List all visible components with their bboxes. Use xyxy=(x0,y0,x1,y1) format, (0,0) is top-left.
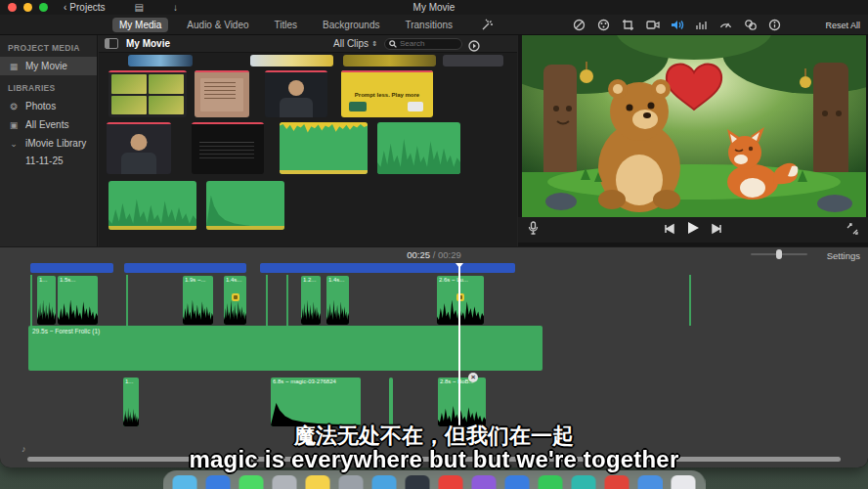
video-clip[interactable]: 1... xyxy=(37,276,56,325)
sidebar-toggle-icon[interactable] xyxy=(105,38,118,49)
dock-app-icon[interactable] xyxy=(439,475,463,489)
promo-thumbnail-text: Prompt less. Play more xyxy=(341,92,433,98)
dock-app-icon[interactable] xyxy=(638,475,663,489)
title-bar-clip[interactable] xyxy=(260,263,515,273)
media-thumbnail[interactable]: Prompt less. Play more xyxy=(341,70,433,117)
fullscreen-icon[interactable] xyxy=(846,221,858,239)
voiceover-mic-icon[interactable] xyxy=(528,221,539,239)
download-icon[interactable]: ↓ xyxy=(173,2,178,13)
video-clip[interactable]: 1.9s ~... xyxy=(183,276,213,325)
media-thumbnail[interactable] xyxy=(195,70,249,117)
audio-clip[interactable]: 2.8s ~ BoB... xyxy=(438,378,486,426)
video-clip[interactable]: 1.5s... xyxy=(58,276,98,325)
dock-app-icon[interactable] xyxy=(273,475,297,489)
speed-icon[interactable] xyxy=(718,18,733,32)
zoom-window-button[interactable] xyxy=(39,3,48,12)
reset-all-button[interactable]: Reset All xyxy=(825,21,860,30)
chevron-down-icon: ⌄ xyxy=(8,139,20,149)
clip-filter-icon[interactable] xyxy=(743,18,758,32)
subtitle-english: magic is everywhere but but we're togeth… xyxy=(0,446,868,473)
audio-clip[interactable] xyxy=(389,378,393,426)
media-thumbnail[interactable] xyxy=(206,181,284,230)
tab-my-media[interactable]: My Media xyxy=(112,18,168,32)
video-clip[interactable]: 1.2... xyxy=(301,276,321,325)
title-bar-clip[interactable] xyxy=(124,263,246,273)
media-thumbnail[interactable] xyxy=(107,122,171,174)
dock-app-icon[interactable] xyxy=(306,475,330,489)
noise-reduction-icon[interactable] xyxy=(694,18,709,32)
dock-app-icon[interactable] xyxy=(339,475,364,489)
media-browser-header: My Movie All Clips ⇕ xyxy=(99,35,517,53)
all-events-icon: ▣ xyxy=(8,120,20,130)
timeline-header: 00:25 / 00:29 Settings xyxy=(0,247,868,262)
dock-app-icon[interactable] xyxy=(572,475,596,489)
dock-app-icon[interactable] xyxy=(505,475,530,489)
enhance-wand-icon[interactable] xyxy=(481,18,494,35)
crop-icon[interactable] xyxy=(621,18,635,32)
volume-icon[interactable] xyxy=(670,18,684,32)
clip-connector xyxy=(126,275,128,326)
media-thumbnail[interactable] xyxy=(192,122,264,174)
preview-viewer[interactable] xyxy=(522,35,866,217)
delete-clip-badge[interactable]: × xyxy=(468,373,478,382)
sidebar-item-library-date[interactable]: 11-11-25 xyxy=(0,153,97,169)
stabilization-icon[interactable] xyxy=(645,18,660,32)
projects-back-button[interactable]: ‹ Projects xyxy=(64,2,105,13)
zoom-slider-thumb[interactable] xyxy=(776,249,782,259)
clip-connector xyxy=(286,275,288,326)
skip-back-button[interactable] xyxy=(663,221,674,239)
sidebar-item-photos[interactable]: ❂ Photos xyxy=(0,97,97,115)
media-thumbnail[interactable] xyxy=(128,55,193,67)
tab-transitions[interactable]: Transitions xyxy=(398,18,459,32)
audio-clip[interactable]: 6.8s ~ magic-03-276824 xyxy=(271,378,361,426)
sidebar-item-imovie-library[interactable]: ⌄ iMovie Library xyxy=(0,134,97,153)
media-thumbnail[interactable] xyxy=(280,122,368,174)
playhead[interactable] xyxy=(458,263,460,426)
tab-audio-video[interactable]: Audio & Video xyxy=(180,18,255,32)
media-thumbnail[interactable] xyxy=(108,181,196,230)
timeline-zoom-slider[interactable] xyxy=(751,253,807,255)
audio-clip[interactable]: 1... xyxy=(123,378,139,426)
video-clip[interactable]: 1.4s... xyxy=(326,276,349,325)
dock-app-icon[interactable] xyxy=(539,475,563,489)
skip-forward-button[interactable] xyxy=(712,221,723,239)
sidebar-item-all-events[interactable]: ▣ All Events xyxy=(0,115,97,134)
search-input[interactable] xyxy=(400,39,456,48)
sound-effect-badge xyxy=(232,293,239,301)
dock-app-icon[interactable] xyxy=(173,475,197,489)
dock-app-icon[interactable] xyxy=(605,475,629,489)
background-music-clip[interactable]: 29.5s ~ Forest Frolic (1) xyxy=(28,326,542,371)
video-clip[interactable]: 2.6s ~ Lu... xyxy=(437,276,484,325)
info-icon[interactable] xyxy=(767,18,782,32)
media-browser-title: My Movie xyxy=(126,38,170,49)
close-window-button[interactable] xyxy=(8,3,17,12)
media-thumbnail[interactable] xyxy=(250,55,333,67)
media-tabs: My Media Audio & Video Titles Background… xyxy=(112,18,459,32)
dock-app-icon[interactable] xyxy=(372,475,397,489)
dock-app-icon[interactable] xyxy=(672,475,696,489)
video-clip[interactable]: 1.4s... xyxy=(224,276,246,325)
timeline-settings-button[interactable]: Settings xyxy=(827,250,860,261)
tab-backgrounds[interactable]: Backgrounds xyxy=(316,18,386,32)
imovie-window: ‹ Projects ▤ ↓ My Movie My Media Audio &… xyxy=(0,0,868,467)
media-thumbnail[interactable] xyxy=(377,122,460,174)
minimize-window-button[interactable] xyxy=(23,3,32,12)
dock-app-icon[interactable] xyxy=(472,475,497,489)
color-balance-icon[interactable] xyxy=(572,18,586,32)
title-bar-clip[interactable] xyxy=(30,263,113,273)
all-clips-dropdown[interactable]: All Clips ⇕ xyxy=(333,38,377,49)
dock-app-icon[interactable] xyxy=(406,475,430,489)
dock-app-icon[interactable] xyxy=(206,475,231,489)
export-icon[interactable]: ▤ xyxy=(134,2,143,13)
color-correction-icon[interactable] xyxy=(596,18,611,32)
media-thumbnail[interactable] xyxy=(265,70,327,117)
dock-app-icon[interactable] xyxy=(239,475,264,489)
sidebar-item-my-movie[interactable]: ▦ My Movie xyxy=(0,57,97,75)
media-thumbnail[interactable] xyxy=(108,70,187,117)
tab-titles[interactable]: Titles xyxy=(268,18,305,32)
play-button[interactable] xyxy=(686,221,700,239)
preview-frame-forest-scene xyxy=(522,35,866,217)
search-field[interactable] xyxy=(384,38,462,50)
media-thumbnail[interactable] xyxy=(343,55,436,67)
media-thumbnail[interactable] xyxy=(443,55,503,67)
